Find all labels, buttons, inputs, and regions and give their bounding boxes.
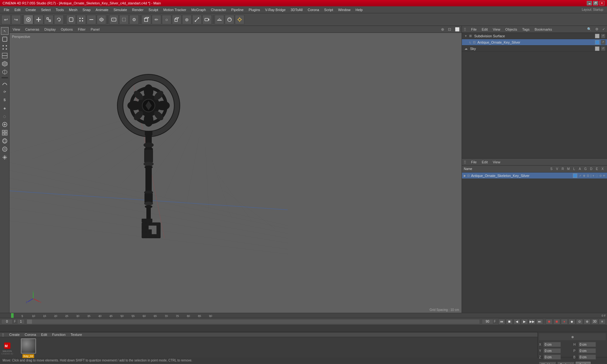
joints-button[interactable]: [192, 15, 202, 24]
coord-world-dropdown[interactable]: World: [539, 362, 556, 364]
sidebar-tool-poly[interactable]: [1, 60, 9, 68]
menu-snap[interactable]: Snap: [80, 7, 93, 12]
rotate-tool-button[interactable]: [54, 15, 64, 24]
connector-button[interactable]: ⊛: [182, 15, 192, 24]
menu-create[interactable]: Create: [23, 7, 39, 12]
coord-b-input[interactable]: [579, 355, 596, 360]
viewport-menu-view[interactable]: View: [11, 27, 21, 32]
menu-file[interactable]: File: [1, 7, 12, 12]
circle-spline-button[interactable]: ○: [162, 15, 171, 24]
attr-icon1[interactable]: ✓: [579, 174, 582, 177]
menu-animate[interactable]: Animate: [93, 7, 111, 12]
model-mode-button[interactable]: [66, 15, 76, 24]
viewport-menu-options[interactable]: Options: [59, 27, 74, 32]
sidebar-tool-mesh2[interactable]: [1, 137, 9, 145]
play-back-button[interactable]: ⏹: [506, 319, 513, 325]
menu-help[interactable]: Help: [353, 7, 365, 12]
sidebar-tool-sketch[interactable]: ◌: [1, 112, 9, 120]
menu-render[interactable]: Render: [130, 7, 146, 12]
om-menu-view[interactable]: View: [492, 27, 502, 32]
stop-record-btn[interactable]: ⏹: [553, 319, 560, 325]
coord-x-input[interactable]: [543, 342, 561, 347]
menu-corona[interactable]: Corona: [305, 7, 322, 12]
attr-object-row[interactable]: ▶ ⊡ Antique_Ornate_Skeleton_Key_Silver ✓…: [462, 173, 607, 179]
close-button[interactable]: ✕: [599, 1, 604, 5]
play-forward-button[interactable]: ▶: [521, 319, 528, 325]
floor-button[interactable]: [215, 15, 224, 24]
scrub-handle[interactable]: [27, 319, 32, 324]
undo-button[interactable]: ↩: [1, 15, 11, 24]
goto-end-button[interactable]: ⏭: [536, 319, 543, 325]
frame-counter-input[interactable]: [1, 319, 13, 324]
sidebar-tool-rotate[interactable]: ⟳: [1, 88, 9, 95]
viewport-menu-filter[interactable]: Filter: [77, 27, 87, 32]
mat-menu-corona[interactable]: Corona: [23, 332, 37, 337]
sidebar-tool-move[interactable]: ↖: [1, 27, 9, 35]
pencil-button[interactable]: ✏: [152, 15, 161, 24]
om-search-icon[interactable]: 🔍: [587, 27, 592, 31]
sky-button[interactable]: [225, 15, 234, 24]
attr-menu-file[interactable]: File: [470, 160, 478, 164]
cube-button[interactable]: [142, 15, 151, 24]
menu-motion-tracker[interactable]: Motion Tracker: [161, 7, 189, 12]
render-region-button[interactable]: [119, 15, 129, 24]
restore-button[interactable]: 🗗: [593, 1, 598, 5]
timeline-scrub[interactable]: [27, 319, 480, 324]
extrude-button[interactable]: [172, 15, 181, 24]
om-menu-tags[interactable]: Tags: [521, 27, 531, 32]
attr-icon4[interactable]: |: [591, 174, 591, 177]
attr-icon3[interactable]: ⊡: [587, 174, 589, 177]
camera-button[interactable]: [202, 15, 212, 24]
object-item-key[interactable]: L ⊡ Antique_Ornate_Key_Silver ✓: [462, 39, 607, 46]
menu-mesh[interactable]: Mesh: [66, 7, 80, 12]
move-tool-button[interactable]: [34, 15, 43, 24]
menu-3dto[interactable]: 3DToAll: [288, 7, 305, 12]
menu-pipeline[interactable]: Pipeline: [229, 7, 246, 12]
live-selection-button[interactable]: [24, 15, 33, 24]
point-mode-button[interactable]: [77, 15, 86, 24]
redo-button[interactable]: ↪: [11, 15, 21, 24]
object-item-sky[interactable]: ☁ Sky ✓: [462, 46, 607, 52]
menu-select[interactable]: Select: [39, 7, 53, 12]
material-thumb-key02[interactable]: [21, 338, 36, 354]
om-settings-icon[interactable]: ⚙: [595, 27, 598, 31]
viewport-menu-display[interactable]: Display: [43, 27, 57, 32]
viewport-menu-panel[interactable]: Panel: [89, 27, 101, 32]
menu-window[interactable]: Window: [335, 7, 353, 12]
minimize-button[interactable]: 🗕: [587, 1, 592, 5]
menu-simulate[interactable]: Simulate: [111, 7, 130, 12]
end-frame-input[interactable]: [482, 319, 493, 324]
next-keyframe-btn[interactable]: ⊛: [584, 319, 591, 325]
coord-h-input[interactable]: [579, 342, 596, 347]
sidebar-tool-s[interactable]: S: [1, 96, 9, 104]
timeline-playhead[interactable]: [11, 313, 14, 318]
auto-keyframe-btn[interactable]: ●: [561, 319, 568, 325]
viewport[interactable]: Perspective: [9, 33, 462, 313]
viewport-icon-3[interactable]: ⬜: [455, 27, 460, 32]
menu-sculpt[interactable]: Sculpt: [146, 7, 161, 12]
coord-p-input[interactable]: [579, 348, 596, 353]
sidebar-tool-deform[interactable]: ◈: [1, 104, 9, 112]
viewport-menu-cameras[interactable]: Cameras: [24, 27, 41, 32]
om-menu-bookmarks[interactable]: Bookmarks: [533, 27, 553, 32]
keyframe-btn[interactable]: ◆: [568, 319, 575, 325]
coord-scale-dropdown[interactable]: Scale: [557, 362, 574, 364]
step-back-button[interactable]: ◀: [513, 319, 520, 325]
sidebar-tool-spline[interactable]: [1, 80, 9, 87]
sidebar-tool-extra[interactable]: [1, 154, 9, 161]
om-toggle-icon[interactable]: ✓: [602, 27, 605, 31]
mat-menu-texture[interactable]: Texture: [69, 332, 83, 337]
attr-menu-view[interactable]: View: [492, 160, 502, 164]
om-menu-objects[interactable]: Objects: [504, 27, 518, 32]
poly-mode-button[interactable]: [97, 15, 106, 24]
attr-icon2[interactable]: ⊕: [583, 174, 586, 177]
viewport-icon-2[interactable]: ⊡: [448, 27, 451, 32]
om-menu-edit[interactable]: Edit: [481, 27, 489, 32]
edge-mode-button[interactable]: [87, 15, 96, 24]
play-forward2-button[interactable]: ▶▶: [529, 319, 536, 325]
timeline-mode-btn[interactable]: ≡: [599, 319, 606, 325]
sidebar-tool-mesh[interactable]: [1, 68, 9, 76]
material-item-key02[interactable]: Key_02: [21, 338, 36, 358]
menu-edit[interactable]: Edit: [12, 7, 23, 12]
render-view-button[interactable]: [109, 15, 119, 24]
